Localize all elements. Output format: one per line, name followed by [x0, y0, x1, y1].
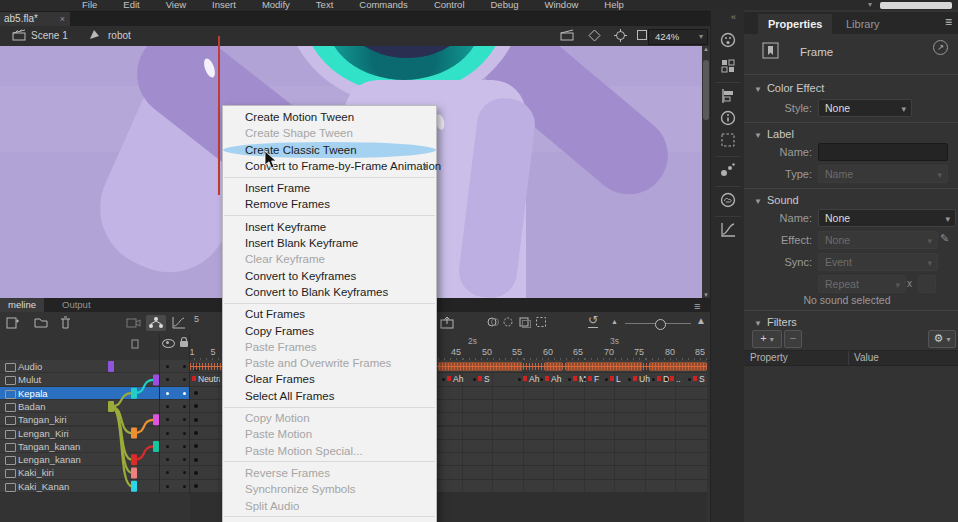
- style-select[interactable]: None▾: [818, 99, 912, 117]
- clip-content-icon[interactable]: [636, 29, 648, 41]
- breadcrumb-scene[interactable]: Scene 1: [31, 30, 68, 41]
- context-menu-item[interactable]: Paste Motion Special...: [223, 443, 436, 459]
- ruler-frame-number: 45: [451, 347, 461, 357]
- scrollbar-thumb[interactable]: [703, 60, 709, 120]
- context-menu-item[interactable]: Convert to Frame-by-Frame Animation›: [223, 158, 436, 174]
- tab-output[interactable]: Output: [54, 298, 99, 312]
- particles-icon[interactable]: [719, 162, 737, 178]
- label-name-input[interactable]: [818, 143, 948, 161]
- tab-timeline[interactable]: meline: [0, 298, 44, 312]
- context-menu-item[interactable]: Paste Motion: [223, 426, 436, 442]
- context-menu-item[interactable]: Create Classic Tween: [223, 142, 436, 158]
- context-menu-item[interactable]: Select All Frames: [223, 388, 436, 404]
- menubar-item[interactable]: File: [82, 0, 97, 10]
- motion-editor-icon[interactable]: [719, 222, 737, 238]
- collapse-panels-icon[interactable]: «: [731, 12, 736, 22]
- layer-icon: [5, 390, 16, 399]
- menubar-item[interactable]: Window: [545, 0, 579, 10]
- scroll-up-icon[interactable]: ▲: [702, 46, 710, 52]
- breadcrumb-symbol[interactable]: robot: [108, 30, 131, 41]
- context-menu-item[interactable]: Copy Frames: [223, 323, 436, 339]
- publish-frame-icon[interactable]: [440, 316, 454, 329]
- timeline-zoom-in-icon[interactable]: ▲: [696, 315, 706, 326]
- menubar-item[interactable]: Help: [604, 0, 624, 10]
- creative-cloud-icon[interactable]: [719, 192, 737, 208]
- context-menu-item[interactable]: Clear Keyframe: [223, 251, 436, 267]
- collapse-triangle-icon: ▼: [754, 197, 762, 206]
- filter-options-button[interactable]: ⚙ ▾: [928, 330, 956, 348]
- context-menu-item[interactable]: Reverse Frames: [223, 465, 436, 481]
- context-menu-item[interactable]: Clear Frames: [223, 371, 436, 387]
- context-menu-item[interactable]: Insert Blank Keyframe: [223, 235, 436, 251]
- sound-name-label: Name:: [744, 212, 812, 224]
- context-menu-item[interactable]: Synchronize Symbols: [223, 481, 436, 497]
- onion-skin-icon[interactable]: [487, 316, 499, 328]
- lock-icon[interactable]: [180, 341, 188, 347]
- layer-parenting-button[interactable]: [146, 315, 166, 331]
- edit-symbols-icon[interactable]: [588, 29, 601, 42]
- timeline-zoom-out-icon[interactable]: ▲: [611, 318, 618, 325]
- context-menu-item[interactable]: Convert to Keyframes: [223, 268, 436, 284]
- zoom-level-select[interactable]: 424% ▾: [648, 29, 708, 45]
- frame-label-flag-icon: [657, 376, 661, 381]
- timeline-zoom-slider-knob[interactable]: [655, 319, 666, 330]
- menubar-item[interactable]: View: [166, 0, 186, 10]
- timeline-panel-menu-icon[interactable]: ≡: [694, 300, 700, 312]
- menubar-item[interactable]: Control: [434, 0, 465, 10]
- frame-label-text: Uh: [639, 374, 650, 384]
- new-layer-icon[interactable]: [6, 316, 19, 329]
- eye-icon[interactable]: [162, 339, 175, 348]
- menubar-item[interactable]: Edit: [123, 0, 139, 10]
- loop-icon[interactable]: ↺: [588, 313, 598, 328]
- tab-properties[interactable]: Properties: [758, 14, 832, 34]
- camera-icon[interactable]: [126, 316, 141, 328]
- menubar-item[interactable]: Commands: [359, 0, 408, 10]
- add-filter-button[interactable]: + ▾: [752, 330, 782, 348]
- section-color-effect[interactable]: ▼Color Effect: [754, 82, 824, 94]
- help-launch-icon[interactable]: ↗: [933, 40, 948, 55]
- playhead[interactable]: [218, 36, 220, 195]
- remove-filter-button[interactable]: −: [784, 330, 802, 348]
- context-menu-item[interactable]: Insert Keyframe: [223, 219, 436, 235]
- modify-markers-icon[interactable]: [535, 316, 547, 328]
- panel-menu-icon[interactable]: ≡: [945, 15, 952, 29]
- search-box[interactable]: [880, 2, 952, 9]
- transform-icon[interactable]: [719, 132, 737, 148]
- context-menu-item[interactable]: Paste and Overwrite Frames: [223, 355, 436, 371]
- context-menu-item[interactable]: Cut Frames: [223, 306, 436, 322]
- swatches-icon[interactable]: [719, 58, 737, 74]
- section-sound[interactable]: ▼Sound: [754, 194, 799, 206]
- color-palette-icon[interactable]: [719, 32, 737, 48]
- section-label[interactable]: ▼Label: [754, 128, 794, 140]
- sound-name-select[interactable]: None▾: [818, 209, 956, 227]
- edit-scene-icon[interactable]: [560, 29, 574, 41]
- new-folder-icon[interactable]: [34, 316, 48, 328]
- onion-skin-outlines-icon[interactable]: [503, 316, 515, 328]
- align-icon[interactable]: [719, 88, 737, 104]
- close-tab-icon[interactable]: ×: [60, 12, 65, 26]
- context-menu-item[interactable]: Create Motion Tween: [223, 109, 436, 125]
- delete-layer-icon[interactable]: [60, 316, 71, 329]
- menubar-item[interactable]: Text: [316, 0, 333, 10]
- context-menu-item[interactable]: Remove Frames: [223, 196, 436, 212]
- workspace-chevron-icon[interactable]: ▾: [868, 0, 872, 9]
- context-menu-item[interactable]: Create Shape Tween: [223, 125, 436, 141]
- menubar-item[interactable]: Modify: [262, 0, 290, 10]
- stage-vertical-scrollbar[interactable]: ▲ ▼: [702, 46, 710, 298]
- edit-multiple-frames-icon[interactable]: [519, 316, 531, 328]
- edit-sound-pencil-icon[interactable]: ✎: [940, 232, 949, 245]
- sound-sync-select: Event▾: [818, 253, 938, 271]
- document-tab[interactable]: ab5.fla* ×: [0, 12, 70, 26]
- menubar-item[interactable]: Insert: [212, 0, 236, 10]
- tab-library[interactable]: Library: [836, 14, 890, 34]
- context-menu-item[interactable]: Convert to Blank Keyframes: [223, 284, 436, 300]
- context-menu-item[interactable]: Paste Frames: [223, 339, 436, 355]
- info-icon[interactable]: [719, 110, 737, 126]
- section-filters[interactable]: ▼Filters: [754, 316, 797, 328]
- context-menu-item[interactable]: Copy Motion: [223, 410, 436, 426]
- menubar-item[interactable]: Debug: [491, 0, 519, 10]
- graph-editor-icon[interactable]: [172, 316, 186, 329]
- context-menu-item[interactable]: Split Audio: [223, 498, 436, 514]
- center-stage-icon[interactable]: [614, 29, 627, 42]
- context-menu-item[interactable]: Insert Frame: [223, 180, 436, 196]
